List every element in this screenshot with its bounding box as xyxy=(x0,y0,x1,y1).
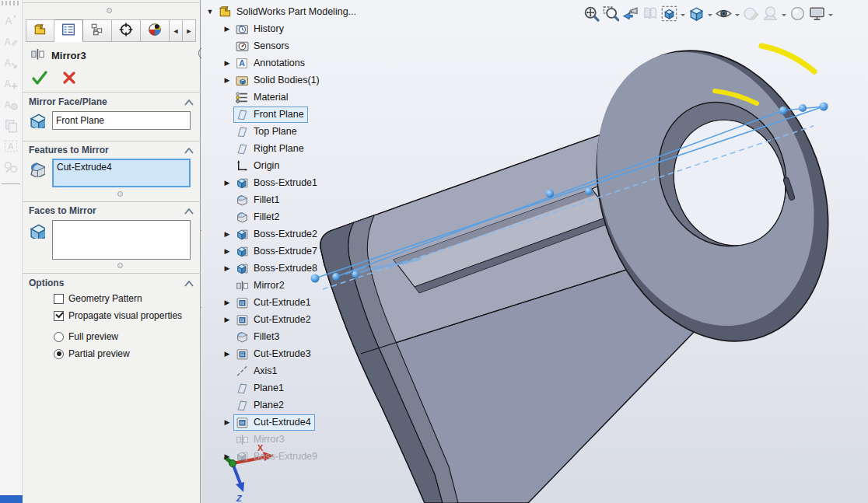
move-annotation-button[interactable]: A xyxy=(1,54,21,74)
tree-item-boss-extrude7[interactable]: ▶Boss-Extrude7 xyxy=(204,243,383,260)
view-orientation-dropdown-caret[interactable] xyxy=(679,4,687,26)
tree-item-label: Solid Bodies(1) xyxy=(254,75,320,86)
section-mirror-face-plane[interactable]: Mirror Face/Plane xyxy=(29,96,107,107)
tree-item-plane2[interactable]: Plane2 xyxy=(204,396,383,414)
hide-show-items-dropdown-caret[interactable] xyxy=(733,4,741,26)
tree-item-mirror2[interactable]: Mirror2 xyxy=(204,277,383,294)
expand-arrow-icon[interactable]: ▶ xyxy=(221,76,233,84)
expand-arrow-icon[interactable]: ▶ xyxy=(221,59,233,67)
expand-arrow-icon[interactable]: ▶ xyxy=(221,25,233,33)
checkbox-box[interactable] xyxy=(54,311,64,321)
expand-arrow-icon[interactable]: ▶ xyxy=(221,316,233,323)
cancel-button[interactable] xyxy=(60,68,79,87)
tree-item-cut-extrude2[interactable]: ▶Cut-Extrude2 xyxy=(204,311,383,328)
annotation-group-button[interactable]: A xyxy=(1,96,21,116)
panel-height-handle[interactable] xyxy=(107,8,112,13)
apply-scene-dropdown-caret[interactable] xyxy=(780,4,788,26)
tree-item-mirror3[interactable]: Mirror3 xyxy=(204,431,383,448)
tree-item-cut-extrude1[interactable]: ▶Cut-Extrude1 xyxy=(204,294,383,311)
tree-item-boss-extrude1[interactable]: ▶Boss-Extrude1 xyxy=(204,174,383,191)
expand-arrow-icon[interactable]: ▶ xyxy=(221,350,233,358)
ok-button[interactable] xyxy=(30,68,49,87)
tree-item-label: Cut-Extrude1 xyxy=(254,297,311,308)
tree-item-axis1[interactable]: Axis1 xyxy=(204,362,383,379)
faces-to-mirror-listbox[interactable] xyxy=(52,220,191,260)
graphics-viewport[interactable]: X Z ▼SolidWorks Part Modeling...▶History… xyxy=(201,0,868,503)
tree-item-top-plane[interactable]: Top Plane xyxy=(204,123,383,140)
expand-arrow-icon[interactable]: ▶ xyxy=(221,452,233,460)
tree-item-label: Cut-Extrude4 xyxy=(254,417,311,428)
tree-item-solid-bodies-1[interactable]: ▶Solid Bodies(1) xyxy=(204,72,383,89)
tab-scroll-right-button[interactable]: ► xyxy=(183,19,196,42)
tree-item-boss-extrude9[interactable]: ▶Boss-Extrude9 xyxy=(204,448,383,465)
tree-root-item[interactable]: ▼SolidWorks Part Modeling... xyxy=(204,3,383,20)
tree-item-plane1[interactable]: Plane1 xyxy=(204,379,383,396)
collapse-chevron-icon[interactable] xyxy=(184,148,194,154)
display-options-button[interactable] xyxy=(807,4,827,26)
expand-arrow-icon[interactable]: ▶ xyxy=(221,418,233,426)
previous-view-button[interactable] xyxy=(621,4,640,26)
zoom-to-fit-button[interactable] xyxy=(582,4,601,26)
displaymanager-tab[interactable] xyxy=(141,19,170,42)
checkbox-box[interactable] xyxy=(54,294,64,304)
section-features-to-mirror[interactable]: Features to Mirror xyxy=(29,145,109,155)
radio-partial-preview[interactable]: Partial preview xyxy=(54,348,130,359)
tree-item-origin[interactable]: Origin xyxy=(204,157,383,174)
listbox-resize-handle[interactable] xyxy=(117,191,123,197)
tree-item-fillet1[interactable]: Fillet1 xyxy=(204,191,383,208)
link-annotation-button[interactable] xyxy=(1,159,21,179)
tree-item-front-plane[interactable]: Front Plane xyxy=(204,106,383,123)
annotation-box-button[interactable]: A xyxy=(1,138,21,158)
tab-scroll-left-button[interactable]: ◄ xyxy=(170,19,183,42)
tree-item-cut-extrude3[interactable]: ▶Cut-Extrude3 xyxy=(204,345,383,362)
radio-circle[interactable] xyxy=(54,349,64,359)
display-style-dropdown-caret[interactable] xyxy=(706,4,714,26)
collapse-chevron-icon[interactable] xyxy=(184,208,194,215)
tree-item-fillet2[interactable]: Fillet2 xyxy=(204,208,383,225)
toolbar-grip[interactable] xyxy=(2,1,20,5)
expand-arrow-icon[interactable]: ▶ xyxy=(221,179,233,187)
collapse-chevron-icon[interactable] xyxy=(184,100,194,106)
checkbox-geometry-pattern[interactable]: Geometry Pattern xyxy=(54,293,142,304)
display-style-button[interactable] xyxy=(687,4,706,26)
note-icon: A xyxy=(3,12,19,31)
expand-arrow-icon[interactable]: ▶ xyxy=(221,247,233,255)
mirror-plane-field[interactable] xyxy=(52,111,191,130)
checkbox-propagate-visual-properties[interactable]: Propagate visual properties xyxy=(54,310,182,321)
tree-item-history[interactable]: ▶History xyxy=(204,20,383,37)
zoom-to-area-button[interactable] xyxy=(601,4,621,26)
section-options[interactable]: Options xyxy=(29,278,64,288)
propertymanager-tab[interactable] xyxy=(54,19,83,42)
tree-item-fillet3[interactable]: Fillet3 xyxy=(204,328,383,345)
section-faces-to-mirror[interactable]: Faces to Mirror xyxy=(29,205,96,216)
radio-circle[interactable] xyxy=(54,332,64,342)
radio-full-preview[interactable]: Full preview xyxy=(54,331,118,342)
collapse-arrow-icon[interactable]: ▼ xyxy=(204,8,216,16)
note-button[interactable]: A xyxy=(1,12,21,32)
edit-annotation-button[interactable]: A xyxy=(1,33,21,53)
expand-arrow-icon[interactable]: ▶ xyxy=(221,230,233,238)
tree-item-right-plane[interactable]: Right Plane xyxy=(204,140,383,157)
copy-annotation-button[interactable] xyxy=(1,117,21,137)
features-to-mirror-listbox[interactable]: Cut-Extrude4 xyxy=(52,159,191,187)
tree-item-boss-extrude2[interactable]: ▶Boss-Extrude2 xyxy=(204,225,383,243)
tree-item-material-not-specifi[interactable]: Material xyxy=(204,89,383,106)
display-options-dropdown-caret[interactable] xyxy=(827,4,835,26)
tree-item-sensors[interactable]: Sensors xyxy=(204,37,383,54)
tree-item-boss-extrude8[interactable]: ▶Boss-Extrude8 xyxy=(204,260,383,277)
collapse-chevron-icon[interactable] xyxy=(184,281,194,287)
listbox-resize-handle[interactable] xyxy=(117,263,123,268)
expand-arrow-icon[interactable]: ▶ xyxy=(221,299,233,306)
add-annotation-button[interactable]: A xyxy=(1,75,21,95)
move-annotation-icon: A xyxy=(3,54,19,73)
dimxpertmanager-tab[interactable] xyxy=(112,19,141,42)
view-settings-button[interactable] xyxy=(788,4,807,26)
hide-show-items-button[interactable] xyxy=(714,4,733,26)
tree-item-cut-extrude4[interactable]: ▶Cut-Extrude4 xyxy=(204,414,383,431)
view-orientation-button[interactable] xyxy=(660,4,679,26)
featuremanager-tab[interactable] xyxy=(26,19,54,42)
selected-feature-item[interactable]: Cut-Extrude4 xyxy=(54,160,189,174)
expand-arrow-icon[interactable]: ▶ xyxy=(221,264,233,272)
tree-item-annotations[interactable]: ▶AAnnotations xyxy=(204,54,383,72)
configurationmanager-tab[interactable] xyxy=(83,19,112,42)
